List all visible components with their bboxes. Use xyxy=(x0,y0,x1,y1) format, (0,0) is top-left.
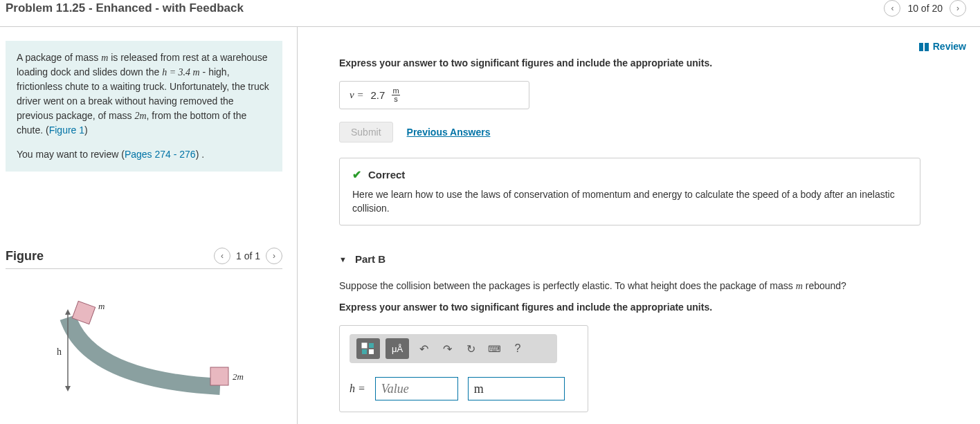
keyboard-icon[interactable]: ⌨ xyxy=(485,340,503,358)
figure-diagram: m h 2m xyxy=(6,290,282,424)
svg-rect-8 xyxy=(369,349,374,354)
check-icon: ✔ xyxy=(352,168,361,181)
units-tool-button[interactable]: μÅ xyxy=(385,338,409,359)
problem-title: Problem 11.25 - Enhanced - with Feedback xyxy=(6,1,244,15)
unit-input[interactable] xyxy=(468,377,565,400)
problem-pager: 10 of 20 xyxy=(907,3,943,14)
value-input[interactable] xyxy=(375,377,458,400)
previous-answers-link[interactable]: Previous Answers xyxy=(407,127,491,138)
text: Suppose the collision between the packag… xyxy=(339,280,796,291)
var-m: m xyxy=(796,281,803,291)
feedback-title: Correct xyxy=(368,169,405,181)
equation-toolbar: μÅ ↶ ↷ ↻ ⌨ ? xyxy=(350,334,557,363)
var-2m: 2m xyxy=(134,111,146,121)
pages-link[interactable]: Pages 274 - 276 xyxy=(125,149,196,160)
template-tool-button[interactable] xyxy=(356,338,380,359)
figure-prev-button[interactable]: ‹ xyxy=(214,248,230,264)
var-h: h = 3.4 m xyxy=(162,67,200,77)
figure-label-h: h xyxy=(57,347,62,358)
parta-units: m s xyxy=(392,87,399,103)
text: A package of mass xyxy=(17,52,101,63)
redo-icon[interactable]: ↷ xyxy=(438,340,456,358)
figure-label-m: m xyxy=(98,301,105,312)
parta-var-label: v = xyxy=(350,89,364,101)
svg-rect-5 xyxy=(362,343,367,348)
prev-problem-button[interactable]: ‹ xyxy=(884,0,900,17)
partb-var-label: h = xyxy=(350,382,365,395)
figure-heading: Figure xyxy=(6,249,44,264)
svg-rect-6 xyxy=(369,343,374,348)
figure-pager: 1 of 1 xyxy=(236,250,260,261)
undo-icon[interactable]: ↶ xyxy=(415,340,433,358)
partb-question: Suppose the collision between the packag… xyxy=(339,280,966,292)
feedback-box: ✔ Correct Here we learn how to use the l… xyxy=(339,158,920,225)
partb-input-panel: μÅ ↶ ↷ ↻ ⌨ ? h = xyxy=(339,325,588,412)
next-problem-button[interactable]: › xyxy=(950,0,966,17)
text: You may want to review ( xyxy=(17,149,125,160)
svg-rect-7 xyxy=(362,349,367,354)
unit-denominator: s xyxy=(394,95,398,103)
svg-rect-4 xyxy=(210,367,228,385)
svg-marker-1 xyxy=(65,309,71,315)
parta-value: 2.7 xyxy=(371,89,385,101)
problem-statement: A package of mass m is released from res… xyxy=(6,41,282,172)
text: ) . xyxy=(196,149,204,160)
svg-marker-2 xyxy=(65,386,71,391)
text: ) xyxy=(84,125,88,136)
parta-instruction: Express your answer to two significant f… xyxy=(339,57,966,68)
figure-link[interactable]: Figure 1 xyxy=(49,125,84,136)
parta-answer-box: v = 2.7 m s xyxy=(339,81,529,109)
caret-down-icon: ▼ xyxy=(339,255,347,264)
review-label: Review xyxy=(933,41,966,52)
help-icon[interactable]: ? xyxy=(509,340,527,358)
figure-label-2m: 2m xyxy=(233,371,244,382)
parta-submit-button: Submit xyxy=(339,122,393,142)
partb-title: Part B xyxy=(355,253,385,265)
var-m: m xyxy=(101,53,108,63)
text: rebound? xyxy=(803,280,846,291)
book-icon xyxy=(919,42,929,50)
partb-header[interactable]: ▼ Part B xyxy=(339,253,966,265)
review-link[interactable]: Review xyxy=(919,41,966,52)
partb-instruction: Express your answer to two significant f… xyxy=(339,302,966,313)
feedback-body: Here we learn how to use the laws of con… xyxy=(352,188,907,215)
figure-next-button[interactable]: › xyxy=(266,248,282,264)
reset-icon[interactable]: ↻ xyxy=(462,340,480,358)
